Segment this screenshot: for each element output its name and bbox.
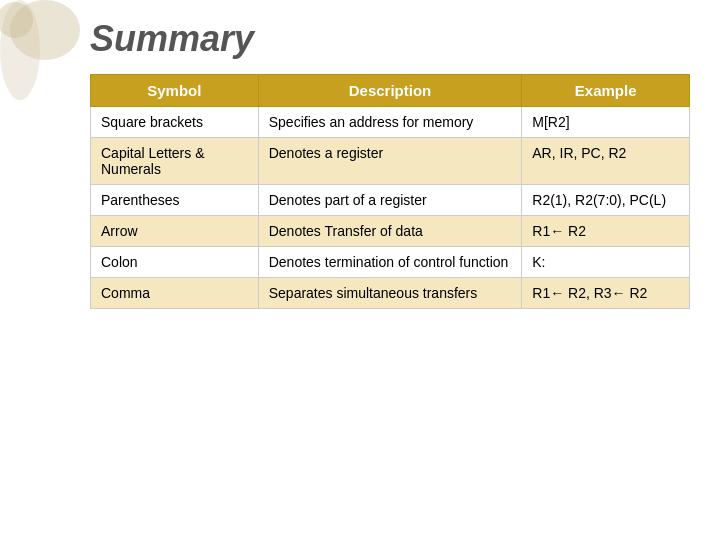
cell-description: Denotes part of a register [258, 185, 522, 216]
table-row: ArrowDenotes Transfer of dataR1← R2 [91, 216, 690, 247]
table-row: Square bracketsSpecifies an address for … [91, 107, 690, 138]
page-content: Summary Symbol Description Example Squar… [0, 0, 720, 319]
cell-description: Denotes termination of control function [258, 247, 522, 278]
cell-description: Specifies an address for memory [258, 107, 522, 138]
cell-symbol: Arrow [91, 216, 259, 247]
cell-example: K: [522, 247, 690, 278]
cell-description: Denotes Transfer of data [258, 216, 522, 247]
table-row: ParenthesesDenotes part of a registerR2(… [91, 185, 690, 216]
cell-symbol: Parentheses [91, 185, 259, 216]
cell-symbol: Capital Letters & Numerals [91, 138, 259, 185]
cell-example: R1← R2 [522, 216, 690, 247]
page-title: Summary [90, 18, 690, 60]
table-header-row: Symbol Description Example [91, 75, 690, 107]
cell-symbol: Square brackets [91, 107, 259, 138]
cell-example: M[R2] [522, 107, 690, 138]
header-example: Example [522, 75, 690, 107]
cell-example: R1← R2, R3← R2 [522, 278, 690, 309]
cell-example: R2(1), R2(7:0), PC(L) [522, 185, 690, 216]
cell-description: Denotes a register [258, 138, 522, 185]
cell-description: Separates simultaneous transfers [258, 278, 522, 309]
table-row: CommaSeparates simultaneous transfersR1←… [91, 278, 690, 309]
table-row: Capital Letters & NumeralsDenotes a regi… [91, 138, 690, 185]
header-symbol: Symbol [91, 75, 259, 107]
header-description: Description [258, 75, 522, 107]
cell-symbol: Comma [91, 278, 259, 309]
table-row: ColonDenotes termination of control func… [91, 247, 690, 278]
summary-table: Symbol Description Example Square bracke… [90, 74, 690, 309]
cell-symbol: Colon [91, 247, 259, 278]
cell-example: AR, IR, PC, R2 [522, 138, 690, 185]
